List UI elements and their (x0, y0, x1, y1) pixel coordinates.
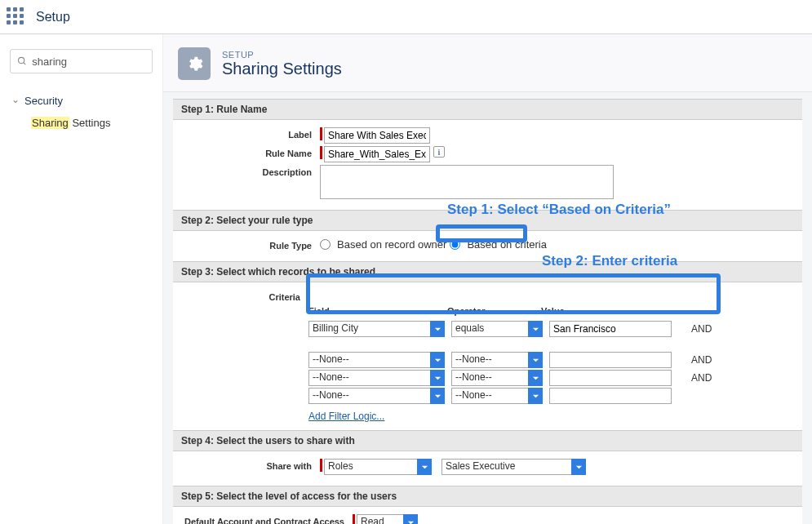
chevron-down-icon (528, 370, 543, 386)
description-input[interactable] (320, 165, 614, 199)
col-operator: Operator (447, 306, 541, 316)
chevron-down-icon (430, 388, 445, 404)
main-content: SETUP Sharing Settings Step 1: Rule Name… (163, 34, 812, 524)
radio-criteria-label: Based on criteria (467, 238, 547, 251)
criteria-field-value: --None-- (308, 388, 431, 404)
svg-point-0 (19, 57, 24, 63)
criteria-row: --None----None-- (308, 388, 794, 404)
app-launcher-icon[interactable] (7, 7, 26, 27)
criteria-field-value: --None-- (308, 352, 431, 368)
criteria-field-select[interactable]: --None-- (308, 388, 445, 404)
chevron-down-icon (571, 459, 586, 475)
criteria-field-select[interactable]: Billing City (308, 321, 445, 337)
criteria-operator-select[interactable]: --None-- (451, 388, 543, 404)
step5-title: Step 5: Select the level of access for t… (173, 486, 802, 507)
criteria-and-label: AND (691, 372, 712, 384)
criteria-value-input[interactable] (549, 388, 672, 404)
chevron-down-icon (528, 321, 543, 337)
sharewith-category-value: Roles (324, 459, 418, 475)
label-input[interactable] (324, 127, 430, 144)
required-marker (353, 514, 355, 524)
required-marker (320, 127, 322, 140)
criteria-row: --None----None--AND (308, 370, 794, 386)
search-icon (17, 56, 27, 67)
annotation-text-2: Step 2: Enter criteria (542, 253, 677, 269)
criteria-value-input[interactable] (549, 321, 672, 337)
rulename-input[interactable] (324, 146, 430, 162)
chevron-down-icon (528, 388, 543, 404)
page-title: Sharing Settings (222, 60, 342, 78)
top-bar: Setup (0, 0, 812, 34)
criteria-row: Billing CityequalsAND (308, 321, 794, 337)
radio-owner-label: Based on record owner (337, 238, 446, 251)
required-marker (320, 459, 322, 472)
criteria-field-select[interactable]: --None-- (308, 370, 445, 386)
page-eyebrow: SETUP (222, 50, 342, 60)
criteria-operator-value: --None-- (451, 352, 529, 368)
criteria-field-value: --None-- (308, 370, 431, 386)
criteria-and-label: AND (691, 354, 712, 366)
info-icon[interactable]: i (433, 146, 445, 158)
nav-item-sharing-settings[interactable]: Sharing Settings (10, 112, 153, 134)
criteria-field-value: Billing City (308, 321, 431, 337)
nav-item-highlight: Sharing (31, 117, 69, 129)
chevron-down-icon (528, 352, 543, 368)
page-header: SETUP Sharing Settings (163, 34, 812, 92)
description-label: Description (181, 165, 320, 177)
annotation-text-1: Step 1: Select “Based on Criteria” (447, 202, 671, 218)
step3-title: Step 3: Select which records to be share… (173, 261, 802, 282)
rulename-label: Rule Name (181, 146, 320, 158)
add-filter-logic-link[interactable]: Add Filter Logic... (308, 411, 384, 422)
chevron-down-icon (430, 370, 445, 386)
criteria-field-select[interactable]: --None-- (308, 352, 445, 368)
sharewith-target-select[interactable]: Sales Executive (441, 459, 586, 475)
ruletype-label: Rule Type (181, 238, 320, 251)
radio-criteria[interactable]: Based on criteria (450, 238, 547, 251)
sharewith-label: Share with (181, 459, 320, 471)
sharewith-category-select[interactable]: Roles (324, 459, 432, 475)
criteria-and-label: AND (691, 323, 712, 335)
criteria-row: --None----None--AND (308, 352, 794, 368)
criteria-label: Criteria (181, 290, 308, 302)
chevron-down-icon (430, 321, 445, 337)
criteria-operator-value: --None-- (451, 370, 529, 386)
quick-find-wrapper[interactable] (10, 49, 153, 73)
acct-access-label: Default Account and Contract Access (181, 514, 353, 524)
col-field: Field (308, 306, 447, 316)
gear-icon (178, 47, 211, 80)
radio-criteria-input[interactable] (450, 239, 460, 250)
quick-find-input[interactable] (32, 56, 145, 68)
sharewith-target-value: Sales Executive (441, 459, 572, 475)
step1-title: Step 1: Rule Name (173, 99, 802, 120)
radio-owner-input[interactable] (320, 239, 331, 250)
criteria-operator-value: --None-- (451, 388, 529, 404)
criteria-operator-select[interactable]: equals (451, 321, 543, 337)
app-title: Setup (36, 10, 70, 24)
criteria-value-input[interactable] (549, 370, 672, 386)
label-label: Label (181, 127, 320, 140)
criteria-operator-value: equals (451, 321, 529, 337)
chevron-down-icon (417, 459, 432, 475)
step4-title: Step 4: Select the users to share with (173, 430, 802, 451)
sidebar: Security Sharing Settings (0, 34, 163, 524)
criteria-operator-select[interactable]: --None-- (451, 352, 543, 368)
criteria-value-input[interactable] (549, 352, 672, 368)
chevron-down-icon (430, 352, 445, 368)
chevron-down-icon (403, 514, 418, 524)
svg-line-1 (24, 63, 26, 65)
acct-access-select[interactable]: Read Only (357, 514, 418, 524)
radio-owner[interactable]: Based on record owner (320, 238, 446, 251)
acct-access-value: Read Only (357, 514, 404, 524)
col-value: Value (541, 306, 663, 316)
criteria-operator-select[interactable]: --None-- (451, 370, 543, 386)
required-marker (320, 146, 322, 159)
nav-section-security[interactable]: Security (10, 90, 153, 112)
